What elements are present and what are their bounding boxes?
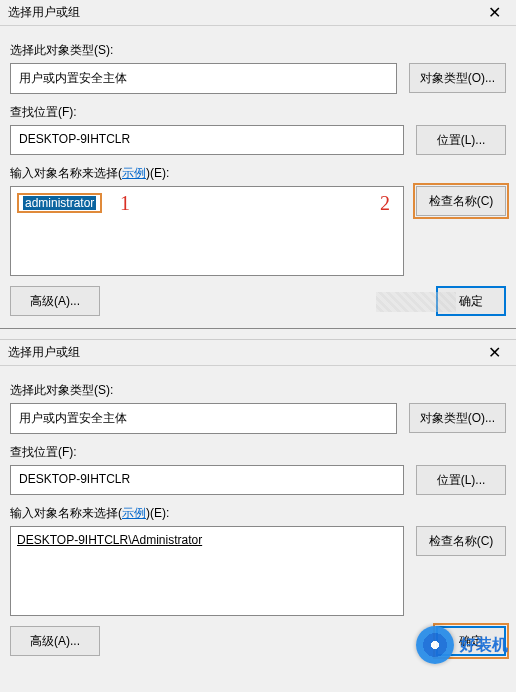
select-user-dialog-2: 选择用户或组 ✕ 选择此对象类型(S): 用户或内置安全主体 对象类型(O)..… [0, 339, 516, 668]
location-field[interactable]: DESKTOP-9IHTCLR [10, 465, 404, 495]
object-type-field[interactable]: 用户或内置安全主体 [10, 63, 397, 94]
advanced-button[interactable]: 高级(A)... [10, 286, 100, 316]
titlebar: 选择用户或组 ✕ [0, 0, 516, 26]
object-names-label: 输入对象名称来选择(示例)(E): [10, 165, 506, 182]
names-label-suffix: )(E): [146, 166, 169, 180]
object-type-label: 选择此对象类型(S): [10, 382, 506, 399]
location-field[interactable]: DESKTOP-9IHTCLR [10, 125, 404, 155]
close-icon[interactable]: ✕ [480, 3, 508, 22]
dialog-title: 选择用户或组 [8, 344, 80, 361]
object-type-field[interactable]: 用户或内置安全主体 [10, 403, 397, 434]
names-label-prefix: 输入对象名称来选择( [10, 166, 122, 180]
example-link[interactable]: 示例 [122, 506, 146, 520]
close-icon[interactable]: ✕ [480, 343, 508, 362]
background-noise [376, 292, 456, 312]
object-names-value: administrator [23, 196, 96, 210]
names-label-suffix: )(E): [146, 506, 169, 520]
object-names-input[interactable]: DESKTOP-9IHTCLR\Administrator [10, 526, 404, 616]
check-names-button[interactable]: 检查名称(C) [416, 526, 506, 556]
watermark: 好装机 [416, 626, 508, 664]
locations-button[interactable]: 位置(L)... [416, 465, 506, 495]
check-names-button[interactable]: 检查名称(C) [416, 186, 506, 216]
location-label: 查找位置(F): [10, 444, 506, 461]
locations-button[interactable]: 位置(L)... [416, 125, 506, 155]
object-names-label: 输入对象名称来选择(示例)(E): [10, 505, 506, 522]
watermark-text: 好装机 [460, 635, 508, 656]
object-types-button[interactable]: 对象类型(O)... [409, 63, 506, 93]
object-types-button[interactable]: 对象类型(O)... [409, 403, 506, 433]
object-names-value: DESKTOP-9IHTCLR\Administrator [17, 533, 202, 547]
object-type-label: 选择此对象类型(S): [10, 42, 506, 59]
select-user-dialog-1: 选择用户或组 ✕ 选择此对象类型(S): 用户或内置安全主体 对象类型(O)..… [0, 0, 516, 329]
titlebar: 选择用户或组 ✕ [0, 340, 516, 366]
names-label-prefix: 输入对象名称来选择( [10, 506, 122, 520]
dialog-title: 选择用户或组 [8, 4, 80, 21]
example-link[interactable]: 示例 [122, 166, 146, 180]
annotation-box-1: administrator [17, 193, 102, 213]
watermark-eye-icon [416, 626, 454, 664]
location-label: 查找位置(F): [10, 104, 506, 121]
advanced-button[interactable]: 高级(A)... [10, 626, 100, 656]
object-names-input[interactable]: administrator [10, 186, 404, 276]
